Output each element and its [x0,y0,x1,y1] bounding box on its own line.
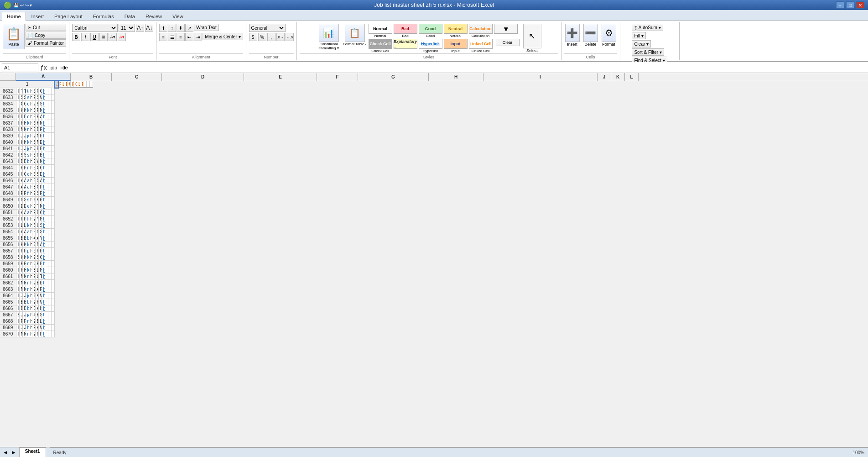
cell-a8651[interactable]: IT Support Technician [16,209,19,215]
cell-j8668[interactable] [45,318,48,324]
cell-i8632[interactable]: https://www.linkedin.com/jobs/view/33124… [42,88,45,95]
cell-c8640[interactable]: Keith Leonhardt [22,139,26,145]
cell-h8634[interactable]: San Diego, CA [38,100,42,107]
merge-center-btn[interactable]: Merge & Center ▾ [203,33,243,40]
cell-l8640[interactable] [51,139,54,145]
cell-l8642[interactable] [51,152,54,158]
cell-g8640[interactable]: Metronet [35,139,38,145]
cell-b8641[interactable]: Jennifer Gray [19,145,22,152]
cell-l8649[interactable] [51,196,54,203]
cell-k8640[interactable] [48,139,51,145]
cell-k8651[interactable] [48,209,51,215]
cell-f8647[interactable]: 800-225-5254 [32,184,35,190]
cell-l8661[interactable] [51,273,54,279]
cell-e8668[interactable]: http://www.buchalter.com/ [29,318,32,324]
cell-j8664[interactable] [45,292,48,299]
cell-d8632[interactable]: tanya.aziz@cybertronit.com [26,88,29,95]
cell-h8642[interactable]: Bethesda, MD [38,152,42,158]
cell-a8654[interactable]: Information Technology [16,228,19,235]
cell-a8638[interactable]: IT Service Desk Tech III [16,126,19,132]
cell-g8646[interactable]: Summit Carbon Solutions [35,177,38,184]
cell-e8640[interactable]: https://www.metronetinc.com/ [29,139,32,145]
cell-i8635[interactable]: https://www.linkedin.com/jobs/view/33141… [42,107,45,113]
cell-i8660[interactable]: https://www.linkedin.com/jobs/view/33125… [42,267,45,273]
cell-k8645[interactable] [48,171,51,177]
cell-l8669[interactable] [51,324,54,331]
cell-c8665[interactable]: Barry Trebach [22,299,26,305]
cell-j8659[interactable] [45,260,48,267]
cell-e8667[interactable]: https://www.burrellcenter.com/ [29,311,32,318]
cell-f8659[interactable]: 262-347-0200 [32,260,35,267]
cell-f8635[interactable]: 518 327-6317 [32,107,35,113]
cell-l8667[interactable] [51,311,54,318]
cell-j8656[interactable] [45,241,48,247]
cell-j8663[interactable] [45,286,48,292]
cell-l8666[interactable] [51,305,54,311]
cell-k8646[interactable] [48,177,51,184]
cell-e8634[interactable]: http://www.smartcitynetworks.com/ [29,100,32,107]
cell-j8658[interactable] [45,254,48,260]
cell-h8643[interactable]: Monee, IL [38,158,42,164]
formula-input[interactable] [49,63,866,72]
cell-f8632[interactable]: 316 265-0899 [32,88,35,95]
cell-l8657[interactable] [51,247,54,254]
cell-d8657[interactable]: pcasas@pdctech.com [26,247,29,254]
cell-b8654[interactable]: Angela Jones [19,228,22,235]
cell-j8665[interactable] [45,299,48,305]
cell-h8665[interactable]: Washington, DC [38,299,42,305]
cell-a8635[interactable]: IT Help Desk Administra [16,107,19,113]
cell-a8643[interactable]: IT Help Desk Technician [16,158,19,164]
tab-home[interactable]: Home [2,12,26,21]
cell-reference-box[interactable] [2,63,38,72]
cell-j8632[interactable] [45,88,48,95]
cell-k8670[interactable] [48,331,51,337]
fill-color-button[interactable]: A▾ [109,33,117,41]
col-header-d[interactable]: D [162,73,244,81]
cell-k8641[interactable] [48,145,51,152]
cell-j8653[interactable] [45,222,48,228]
cell-k1[interactable] [87,81,90,88]
cell-h8649[interactable]: Framingham, MA [38,196,42,203]
cell-c8639[interactable]: Julia Washburn [22,132,26,139]
cell-j8643[interactable] [45,158,48,164]
cell-a8667[interactable]: Sr. Help Desk Support A [16,311,19,318]
cell-d8669[interactable]: hudson@actainc.com [26,324,29,331]
cell-b8645[interactable]: Chris Letang [19,171,22,177]
cell-k8656[interactable] [48,241,51,247]
cell-c8645[interactable]: Chris Letang [22,171,26,177]
cell-g8634[interactable]: Smart City Networks [35,100,38,107]
cell-k8654[interactable] [48,228,51,235]
col-header-e[interactable]: E [244,73,317,81]
cell-d8663[interactable]: marco.masini@allianz.com [26,286,29,292]
cell-k8666[interactable] [48,305,51,311]
cell-l8647[interactable] [51,184,54,190]
cell-h8662[interactable]: Erie, PA [38,279,42,286]
cell-b8650[interactable]: ERica Biagi [19,203,22,209]
cell-j8655[interactable] [45,235,48,241]
cell-d8638[interactable]: mlfactora@bigelowtea.com [26,126,29,132]
col-header-h[interactable]: H [429,73,483,81]
cell-c8635[interactable]: Kingsley Blum [22,107,26,113]
input-style-btn[interactable]: Input Input [444,39,468,53]
cell-k8655[interactable] [48,235,51,241]
cell-a8658[interactable]: Service Desk Analyst - c [16,254,19,260]
cell-g8655[interactable]: ASTEC [35,235,38,241]
cell-e8666[interactable]: http://www.aveloair.com/ [29,305,32,311]
cell-b8647[interactable]: Art Garcia [19,184,22,190]
cell-i8646[interactable]: https://www.linkedin.com/jobs/view/33084… [42,177,45,184]
cell-b8656[interactable]: Krystil Shepherd [19,241,22,247]
cell-j8640[interactable] [45,139,48,145]
cell-a8669[interactable]: IT Support Technician [16,324,19,331]
cell-k8667[interactable] [48,311,51,318]
cell-l8634[interactable] [51,100,54,107]
cell-g8656[interactable]: Northeast Community Cli [35,241,38,247]
cell-l8641[interactable] [51,145,54,152]
cell-i8658[interactable]: https://www.linkedin.com/jobs/view/33068… [42,254,45,260]
cell-i8669[interactable]: https://www.linkedin.com/jobs/view/33120… [42,324,45,331]
cell-g8668[interactable]: Buchalter [35,318,38,324]
cell-g8632[interactable]: CybertronIT [35,88,38,95]
cell-a8663[interactable]: IT Service Desk Journey [16,286,19,292]
cell-h8669[interactable]: Warner Robins, GA [38,324,42,331]
cell-b8655[interactable]: Barry Ruffalo [19,235,22,241]
cell-a8633[interactable]: IT Help Desk Technician [16,94,19,100]
